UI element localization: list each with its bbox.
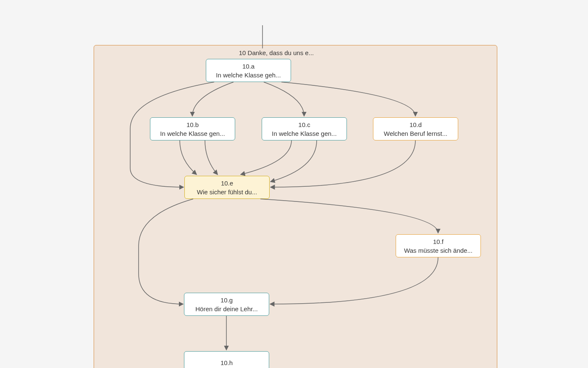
node-10h[interactable]: 10.h [184, 351, 269, 368]
node-10a[interactable]: 10.a In welche Klasse geh... [206, 59, 291, 82]
node-id: 10.a [242, 62, 255, 71]
node-id: 10.f [433, 237, 444, 246]
node-label: Wie sicher fühlst du... [197, 188, 257, 196]
node-label: In welche Klasse geh... [216, 71, 281, 79]
node-id: 10.c [298, 120, 310, 129]
node-id: 10.g [220, 296, 233, 304]
node-10c[interactable]: 10.c In welche Klasse gen... [262, 117, 347, 140]
node-label: Was müsste sich ände... [404, 246, 472, 255]
node-10b[interactable]: 10.b In welche Klasse gen... [150, 117, 235, 140]
node-id: 10.d [410, 120, 422, 129]
group-title: 10 Danke, dass du uns e... [226, 49, 327, 56]
node-label: Hören dir deine Lehr... [195, 304, 257, 313]
group-frame [94, 45, 497, 368]
node-10f[interactable]: 10.f Was müsste sich ände... [396, 234, 481, 257]
node-id: 10.h [220, 358, 233, 367]
node-label: In welche Klasse gen... [160, 129, 225, 138]
node-label: In welche Klasse gen... [272, 129, 336, 138]
node-id: 10.e [221, 179, 233, 188]
node-label: Welchen Beruf lernst... [384, 129, 447, 138]
node-10d[interactable]: 10.d Welchen Beruf lernst... [373, 117, 458, 140]
node-id: 10.b [186, 120, 199, 129]
node-10g[interactable]: 10.g Hören dir deine Lehr... [184, 293, 269, 316]
node-10e[interactable]: 10.e Wie sicher fühlst du... [184, 176, 270, 199]
